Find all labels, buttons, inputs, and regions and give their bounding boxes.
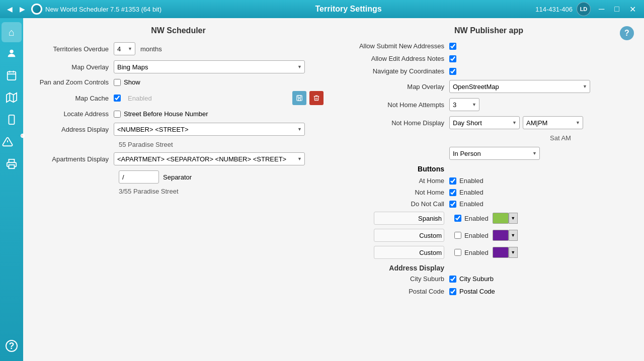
spanish-input[interactable] bbox=[374, 212, 444, 225]
calendar-icon bbox=[6, 70, 17, 83]
allow-edit-row: Allow Edit Address Notes bbox=[344, 55, 634, 62]
titlebar: ◀ ▶ New World Scheduler 7.5 #1353 (64 bi… bbox=[0, 0, 644, 18]
not-home-day-select[interactable]: Day Short Day Long Date bbox=[449, 116, 520, 129]
in-person-select[interactable]: In Person Phone Letter Video bbox=[449, 147, 540, 160]
custom2-color-dropdown[interactable]: ▼ bbox=[509, 247, 518, 258]
nw-scheduler-section: NW Scheduler Territories Overdue 4612 mo… bbox=[33, 26, 324, 300]
sidebar-item-alert[interactable]: ! bbox=[2, 133, 22, 153]
sidebar-item-home[interactable]: ⌂ bbox=[2, 22, 22, 42]
spanish-checkbox[interactable] bbox=[454, 215, 461, 222]
not-home-row: Not Home Enabled bbox=[344, 189, 634, 196]
custom2-enabled-text: Enabled bbox=[464, 249, 489, 256]
city-suburb-row: City Suburb City Suburb bbox=[344, 275, 634, 283]
locate-address-control: Street Before House Number bbox=[114, 110, 208, 118]
not-home-preview-wrapper: Sat AM bbox=[444, 134, 634, 142]
sidebar-item-mobile[interactable] bbox=[2, 111, 22, 131]
apartments-preview: 3/55 Paradise Street bbox=[114, 188, 324, 195]
cache-delete-button[interactable] bbox=[309, 91, 324, 105]
publisher-address-display-section: Address Display City Suburb City Suburb … bbox=[344, 264, 634, 295]
map-cache-enabled-label: Enabled bbox=[128, 95, 152, 102]
navigate-coords-row: Navigate by Coordinates bbox=[344, 67, 634, 75]
territories-overdue-select[interactable]: 4612 bbox=[114, 42, 135, 55]
not-home-attempts-label: Not Home Attempts bbox=[344, 101, 444, 109]
svg-point-0 bbox=[10, 49, 13, 53]
postal-code-text: Postal Code bbox=[459, 288, 495, 295]
allow-edit-checkbox[interactable] bbox=[449, 55, 456, 62]
minimize-button[interactable]: ─ bbox=[595, 4, 608, 15]
publisher-map-overlay-select[interactable]: OpenStreetMap Bing Maps Google Maps bbox=[449, 80, 590, 93]
allow-edit-label: Allow Edit Address Notes bbox=[344, 55, 444, 62]
cache-save-button[interactable] bbox=[292, 91, 306, 105]
svg-point-12 bbox=[21, 133, 25, 137]
city-suburb-checkbox[interactable] bbox=[449, 276, 456, 283]
spanish-color-dropdown[interactable]: ▼ bbox=[509, 213, 518, 224]
spanish-row-label-wrapper bbox=[344, 212, 444, 225]
sidebar-item-calendar[interactable] bbox=[2, 66, 22, 86]
svg-rect-1 bbox=[8, 71, 16, 80]
id-text: 114-431-406 bbox=[535, 6, 573, 13]
custom1-enabled-text: Enabled bbox=[464, 232, 489, 239]
custom2-input[interactable] bbox=[374, 246, 444, 259]
not-home-btn-label: Not Home bbox=[344, 189, 444, 196]
map-cache-checkbox[interactable] bbox=[114, 95, 121, 102]
custom1-row-label-wrapper bbox=[344, 229, 444, 242]
city-suburb-text: City Suburb bbox=[459, 275, 494, 283]
custom1-checkbox[interactable] bbox=[454, 232, 461, 239]
help-circle-button[interactable]: ? bbox=[620, 26, 634, 40]
do-not-call-checkbox[interactable] bbox=[449, 201, 456, 208]
custom1-input[interactable] bbox=[374, 229, 444, 242]
titlebar-left: ◀ ▶ New World Scheduler 7.5 #1353 (64 bi… bbox=[4, 4, 162, 15]
map-cache-control: Enabled bbox=[114, 91, 324, 105]
sidebar-item-map[interactable] bbox=[2, 88, 22, 109]
main-layout: ⌂ ! bbox=[0, 18, 644, 361]
postal-code-checkbox[interactable] bbox=[449, 288, 456, 295]
not-home-attempts-select[interactable]: 31245 bbox=[449, 98, 479, 111]
custom1-color-group: ▼ bbox=[493, 230, 518, 241]
custom2-checkbox[interactable] bbox=[454, 249, 461, 256]
two-column-layout: NW Scheduler Territories Overdue 4612 mo… bbox=[33, 26, 634, 300]
allow-submit-checkbox[interactable] bbox=[449, 43, 456, 50]
sidebar-item-help[interactable]: ? bbox=[2, 336, 22, 356]
home-icon: ⌂ bbox=[9, 27, 15, 38]
maximize-button[interactable]: □ bbox=[610, 4, 623, 15]
custom2-row: Enabled ▼ bbox=[344, 246, 634, 259]
not-home-display-row: Not Home Display Day Short Day Long Date bbox=[344, 116, 634, 129]
app-name: New World Scheduler 7.5 #1353 (64 bit) bbox=[45, 6, 162, 13]
nav-forward-button[interactable]: ▶ bbox=[17, 4, 28, 14]
sidebar-item-contacts[interactable] bbox=[2, 44, 22, 64]
not-home-attempts-select-wrapper: 31245 bbox=[449, 98, 479, 111]
not-home-ampm-select-wrapper: AM|PM None bbox=[523, 116, 583, 129]
not-home-day-select-wrapper: Day Short Day Long Date bbox=[449, 116, 520, 129]
address-display-select[interactable]: <NUMBER> <STREET> <STREET> <NUMBER> bbox=[114, 123, 305, 136]
custom2-color-group: ▼ bbox=[493, 247, 518, 258]
sidebar-item-print[interactable] bbox=[2, 155, 22, 175]
custom1-color-picker[interactable] bbox=[493, 230, 509, 241]
street-before-house-checkbox[interactable] bbox=[114, 111, 121, 118]
separator-input[interactable] bbox=[119, 170, 159, 184]
print-icon bbox=[6, 158, 17, 172]
do-not-call-row: Do Not Call Enabled bbox=[344, 200, 634, 208]
map-overlay-row: Map Overlay Bing MapsOpenStreetMapGoogle… bbox=[33, 60, 324, 73]
nav-back-button[interactable]: ◀ bbox=[4, 4, 16, 14]
city-suburb-label: City Suburb bbox=[344, 275, 444, 283]
buttons-section: Buttons At Home Enabled Not Home Enabled bbox=[344, 165, 634, 259]
not-home-btn-checkbox[interactable] bbox=[449, 189, 456, 196]
map-overlay-select[interactable]: Bing MapsOpenStreetMapGoogle Maps bbox=[114, 60, 305, 73]
publisher-map-overlay-select-wrapper: OpenStreetMap Bing Maps Google Maps bbox=[449, 80, 590, 93]
spanish-color-picker[interactable] bbox=[493, 213, 509, 224]
navigate-coords-checkbox[interactable] bbox=[449, 68, 456, 75]
not-home-attempts-row: Not Home Attempts 31245 bbox=[344, 98, 634, 111]
close-button[interactable]: ✕ bbox=[625, 4, 640, 15]
in-person-row: In Person Phone Letter Video bbox=[449, 147, 634, 160]
nav-buttons: ◀ ▶ bbox=[4, 4, 28, 14]
custom1-color-dropdown[interactable]: ▼ bbox=[509, 230, 518, 241]
not-home-ampm-select[interactable]: AM|PM None bbox=[523, 116, 583, 129]
at-home-checkbox[interactable] bbox=[449, 177, 456, 185]
pan-zoom-checkbox[interactable] bbox=[114, 79, 121, 86]
apartments-display-label: Apartments Display bbox=[33, 155, 109, 163]
custom2-color-picker[interactable] bbox=[493, 247, 509, 258]
pan-zoom-label: Pan and Zoom Controls bbox=[33, 78, 109, 86]
postal-code-label: Postal Code bbox=[344, 288, 444, 295]
allow-submit-label: Allow Submit New Addresses bbox=[344, 42, 444, 50]
apartments-display-select[interactable]: <APARTMENT> <SEPARATOR> <NUMBER> <STREET… bbox=[114, 152, 305, 165]
